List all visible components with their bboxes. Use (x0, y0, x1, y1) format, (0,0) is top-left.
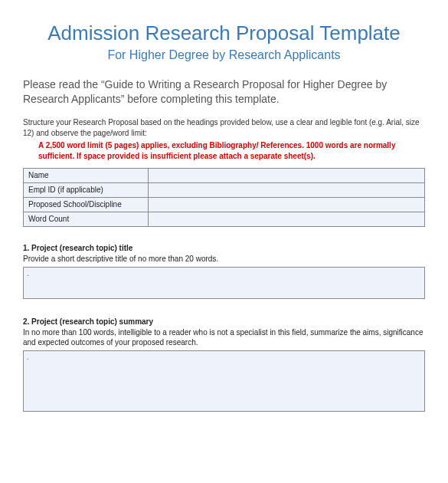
table-label-name: Name (24, 168, 149, 182)
table-value-emplid[interactable] (149, 182, 425, 197)
document-subtitle: For Higher Degree by Research Applicants (23, 48, 425, 62)
section-1-heading: 1. Project (research topic) title (23, 244, 425, 252)
table-value-school[interactable] (149, 197, 425, 212)
table-row: Name (24, 168, 425, 182)
table-value-name[interactable] (149, 168, 425, 182)
info-table: Name Empl ID (if applicable) Proposed Sc… (23, 168, 425, 227)
table-value-wordcount[interactable] (149, 212, 425, 226)
section-2-input[interactable]: . (23, 350, 425, 412)
table-label-emplid: Empl ID (if applicable) (24, 182, 149, 197)
table-row: Empl ID (if applicable) (24, 182, 425, 197)
section-2-desc: In no more than 100 words, intelligible … (23, 327, 425, 347)
table-row: Proposed School/Discipline (24, 197, 425, 212)
table-label-school: Proposed School/Discipline (24, 197, 149, 212)
section-2-heading: 2. Project (research topic) summary (23, 317, 425, 326)
table-label-wordcount: Word Count (24, 212, 149, 226)
section-1-desc: Provide a short descriptive title of no … (23, 254, 425, 264)
structure-note: Structure your Research Proposal based o… (23, 117, 425, 139)
document-page: Admission Research Proposal Template For… (0, 0, 448, 453)
word-limit-note: A 2,500 word limit (5 pages) applies, ex… (38, 140, 425, 162)
table-row: Word Count (24, 212, 425, 226)
intro-text: Please read the “Guide to Writing a Rese… (23, 77, 425, 107)
section-1-input[interactable]: . (23, 267, 425, 299)
document-title: Admission Research Proposal Template (23, 21, 425, 45)
